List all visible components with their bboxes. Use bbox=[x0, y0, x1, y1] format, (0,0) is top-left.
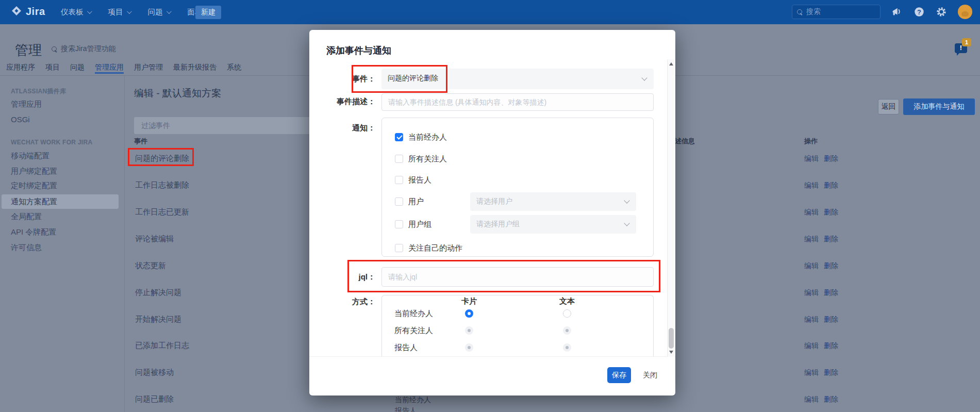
gear-icon[interactable] bbox=[935, 6, 948, 18]
checkbox-当前经办人[interactable] bbox=[395, 133, 403, 141]
sidebar-item-管理应用[interactable]: 管理应用 bbox=[2, 97, 119, 111]
navbar-menu-item[interactable]: 问题 bbox=[148, 7, 170, 17]
method-row-label: 所有关注人 bbox=[394, 325, 433, 336]
close-button[interactable]: 关闭 bbox=[640, 367, 660, 383]
select-用户[interactable]: 请选择用户 bbox=[470, 192, 636, 211]
delete-link[interactable]: 删除 bbox=[824, 154, 838, 163]
method-column-text: 文本 bbox=[552, 296, 583, 306]
tab-最新升级报告[interactable]: 最新升级报告 bbox=[173, 61, 217, 73]
user-avatar[interactable] bbox=[958, 5, 972, 19]
jql-input[interactable] bbox=[381, 267, 654, 287]
sidebar-item-用户绑定配置[interactable]: 用户绑定配置 bbox=[2, 164, 119, 178]
announcements-icon[interactable] bbox=[890, 6, 903, 18]
checkbox-关注自己的动作[interactable] bbox=[395, 244, 403, 252]
navbar-menu-label: 问题 bbox=[148, 7, 163, 17]
edit-link[interactable]: 编辑 bbox=[804, 341, 819, 350]
checkbox-label: 所有关注人 bbox=[408, 154, 447, 164]
event-description-input[interactable] bbox=[381, 93, 654, 111]
event-row-label: 问题被移动 bbox=[135, 367, 174, 377]
radio-text-当前经办人[interactable] bbox=[563, 309, 571, 318]
edit-link[interactable]: 编辑 bbox=[804, 261, 819, 270]
notify-column-value: 报告人 bbox=[395, 405, 417, 412]
radio-card-当前经办人[interactable] bbox=[465, 309, 473, 318]
sidebar-item-全局配置[interactable]: 全局配置 bbox=[2, 209, 119, 224]
add-event-notification-button[interactable]: 添加事件与通知 bbox=[903, 98, 975, 115]
save-button[interactable]: 保存 bbox=[607, 367, 631, 383]
dialog-title: 添加事件与通知 bbox=[326, 44, 391, 57]
help-icon[interactable]: ? bbox=[913, 6, 925, 18]
sidebar-item-通知方案配置[interactable]: 通知方案配置 bbox=[2, 194, 119, 209]
jira-logo-text: Jira bbox=[26, 6, 45, 18]
scrollbar-thumb[interactable] bbox=[669, 328, 674, 349]
checkbox-用户组[interactable] bbox=[395, 220, 403, 228]
create-button[interactable]: 新建 bbox=[195, 6, 221, 19]
tab-管理应用[interactable]: 管理应用 bbox=[95, 61, 124, 73]
delete-link[interactable]: 删除 bbox=[824, 288, 838, 297]
select-用户组[interactable]: 请选择用户组 bbox=[470, 215, 636, 234]
chevron-down-icon bbox=[641, 75, 647, 80]
radio-card-所有关注人[interactable] bbox=[465, 326, 473, 335]
method-field-label: 方式： bbox=[309, 296, 375, 307]
radio-card-报告人[interactable] bbox=[465, 343, 473, 352]
edit-link[interactable]: 编辑 bbox=[804, 207, 819, 217]
delete-link[interactable]: 删除 bbox=[824, 207, 838, 217]
delete-link[interactable]: 删除 bbox=[824, 180, 838, 190]
sidebar-item-OSGi[interactable]: OSGi bbox=[2, 112, 119, 127]
back-button[interactable]: 返回 bbox=[878, 99, 899, 114]
top-navbar: Jira 仪表板项目问题面板 新建 搜索 ? bbox=[0, 0, 980, 24]
chevron-down-icon bbox=[624, 220, 629, 226]
navbar-menu-label: 项目 bbox=[108, 7, 123, 17]
sidebar-item-API 令牌配置[interactable]: API 令牌配置 bbox=[2, 225, 119, 239]
delete-link[interactable]: 删除 bbox=[824, 234, 838, 243]
radio-text-所有关注人[interactable] bbox=[563, 326, 571, 335]
jira-logo[interactable]: Jira bbox=[10, 5, 45, 18]
admin-search-input[interactable]: 搜索Jira管理功能 bbox=[52, 44, 116, 54]
sidebar-item-许可信息[interactable]: 许可信息 bbox=[2, 240, 119, 255]
tab-系统[interactable]: 系统 bbox=[227, 61, 241, 73]
edit-link[interactable]: 编辑 bbox=[804, 234, 819, 243]
edit-link[interactable]: 编辑 bbox=[804, 368, 819, 377]
tab-用户管理[interactable]: 用户管理 bbox=[134, 61, 163, 73]
delete-link[interactable]: 删除 bbox=[824, 261, 838, 270]
tab-项目[interactable]: 项目 bbox=[45, 61, 60, 73]
navbar-menu-item[interactable]: 项目 bbox=[108, 7, 130, 17]
chevron-down-icon bbox=[624, 197, 629, 203]
delete-link[interactable]: 删除 bbox=[824, 315, 838, 324]
sidebar-group-header: WECHAT WORK FOR JIRA bbox=[11, 138, 92, 147]
modal-scrollbar[interactable] bbox=[667, 59, 675, 357]
jql-field-label: jql： bbox=[309, 272, 375, 282]
edit-link[interactable]: 编辑 bbox=[804, 180, 819, 190]
sidebar-item-定时绑定配置[interactable]: 定时绑定配置 bbox=[2, 178, 119, 193]
edit-link[interactable]: 编辑 bbox=[804, 315, 819, 324]
divider bbox=[309, 356, 675, 357]
chevron-down-icon bbox=[126, 9, 131, 14]
edit-link[interactable]: 编辑 bbox=[804, 154, 819, 163]
method-column-card: 卡片 bbox=[454, 296, 485, 306]
delete-link[interactable]: 删除 bbox=[824, 368, 838, 377]
delete-link[interactable]: 删除 bbox=[824, 341, 838, 350]
checkbox-报告人[interactable] bbox=[395, 176, 403, 184]
event-row-label: 开始解决问题 bbox=[135, 314, 181, 324]
description-field-label: 事件描述： bbox=[309, 96, 375, 107]
radio-text-报告人[interactable] bbox=[563, 343, 571, 352]
notify-column-value: 当前经办人 bbox=[395, 394, 431, 405]
checkbox-用户[interactable] bbox=[395, 197, 403, 206]
navbar-menu-item[interactable]: 仪表板 bbox=[61, 7, 91, 17]
edit-link[interactable]: 编辑 bbox=[804, 288, 819, 297]
navbar-search-input[interactable]: 搜索 bbox=[792, 5, 881, 19]
tab-问题[interactable]: 问题 bbox=[70, 61, 85, 73]
add-event-notification-dialog: 添加事件与通知 事件： 问题的评论删除 事件描述： 通知： jql： 方式： 卡… bbox=[309, 30, 675, 395]
event-select[interactable]: 问题的评论删除 bbox=[381, 69, 654, 89]
filter-placeholder: 过滤事件 bbox=[141, 121, 170, 130]
event-row-label: 工作日志已更新 bbox=[135, 207, 189, 217]
navbar-menu-label: 仪表板 bbox=[61, 7, 84, 17]
checkbox-label: 当前经办人 bbox=[408, 132, 447, 142]
tab-应用程序[interactable]: 应用程序 bbox=[6, 61, 35, 73]
delete-link[interactable]: 删除 bbox=[824, 394, 838, 404]
edit-link[interactable]: 编辑 bbox=[804, 394, 819, 404]
scroll-down-arrow[interactable] bbox=[669, 351, 673, 354]
search-icon bbox=[52, 46, 57, 52]
scroll-up-arrow[interactable] bbox=[669, 62, 673, 65]
sidebar-item-移动端配置[interactable]: 移动端配置 bbox=[2, 149, 119, 163]
checkbox-所有关注人[interactable] bbox=[395, 155, 403, 163]
